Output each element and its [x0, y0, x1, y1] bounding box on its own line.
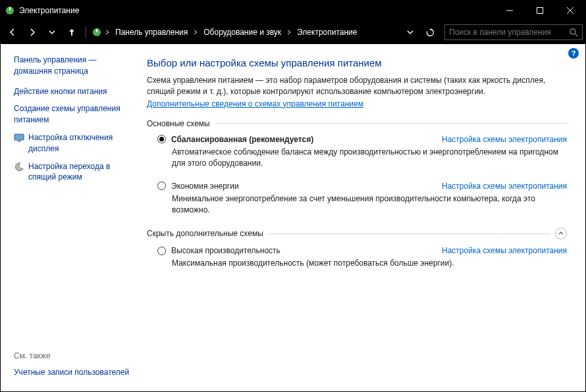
- window-controls: [494, 1, 585, 20]
- breadcrumb-separator: [82, 23, 89, 41]
- plan-high-performance: Высокая производительность Настройка схе…: [157, 246, 567, 269]
- section-title: Скрыть дополнительные схемы: [147, 229, 263, 238]
- divider: [215, 123, 567, 124]
- chevron-right-icon[interactable]: [103, 30, 111, 35]
- sidebar-link-sleep[interactable]: Настройка перехода в спящий режим: [28, 161, 132, 184]
- navbar: Панель управления Оборудование и звук Эл…: [1, 20, 585, 44]
- section-header: Основные схемы: [147, 119, 567, 128]
- svg-rect-1: [9, 7, 11, 11]
- plan-settings-link[interactable]: Настройка схемы электропитания: [442, 246, 567, 255]
- plan-description: Автоматическое соблюдение баланса между …: [172, 147, 567, 170]
- control-panel-home-link[interactable]: Панель управления — домашняя страница: [14, 55, 132, 77]
- refresh-button[interactable]: [421, 23, 439, 41]
- sleep-icon: [14, 162, 24, 172]
- collapse-toggle[interactable]: [555, 228, 567, 239]
- section-title: Основные схемы: [147, 119, 210, 128]
- main: Выбор или настройка схемы управления пит…: [139, 44, 585, 391]
- page-description: Схема управления питанием — это набор па…: [147, 75, 567, 98]
- page-heading: Выбор или настройка схемы управления пит…: [147, 57, 567, 68]
- help-icon[interactable]: ?: [568, 48, 579, 59]
- chevron-right-icon[interactable]: [285, 30, 293, 35]
- see-also-label: См. также: [14, 351, 132, 360]
- radio-power-saver[interactable]: [157, 182, 166, 190]
- svg-rect-12: [18, 141, 20, 142]
- sidebar: Панель управления — домашняя страница Де…: [1, 44, 139, 391]
- plan-name[interactable]: Высокая производительность: [171, 246, 280, 255]
- sidebar-link-create-plan[interactable]: Создание схемы управления питанием: [14, 103, 132, 126]
- svg-rect-3: [537, 8, 543, 14]
- radio-high-performance[interactable]: [157, 247, 166, 255]
- section-additional-plans: Скрыть дополнительные схемы Высокая прои…: [147, 228, 567, 269]
- window: Электропитание: [0, 0, 586, 392]
- breadcrumb-icon: [92, 27, 102, 37]
- titlebar: Электропитание: [1, 1, 585, 20]
- chevron-up-icon: [558, 230, 564, 237]
- maximize-button[interactable]: [525, 1, 555, 20]
- display-off-icon: [14, 133, 24, 143]
- plan-name[interactable]: Экономия энергии: [171, 182, 239, 191]
- plan-settings-link[interactable]: Настройка схемы электропитания: [442, 135, 567, 144]
- forward-button[interactable]: [23, 23, 41, 41]
- plan-description: Минимальное энергопотребление за счет ум…: [172, 193, 567, 216]
- plan-settings-link[interactable]: Настройка схемы электропитания: [442, 182, 567, 191]
- more-info-link[interactable]: Дополнительные сведения о схемах управле…: [147, 99, 363, 109]
- chevron-right-icon[interactable]: [192, 30, 200, 35]
- svg-rect-11: [14, 134, 24, 140]
- minimize-button[interactable]: [494, 1, 525, 20]
- radio-balanced[interactable]: [157, 135, 166, 143]
- sidebar-link-power-button[interactable]: Действие кнопки питания: [14, 86, 132, 97]
- recent-dropdown[interactable]: [43, 23, 61, 41]
- sidebar-link-display-off[interactable]: Настройка отключения дисплея: [28, 132, 132, 155]
- section-header[interactable]: Скрыть дополнительные схемы: [147, 228, 567, 239]
- breadcrumb-item[interactable]: Панель управления: [111, 23, 192, 41]
- plan-name[interactable]: Сбалансированная (рекомендуется): [171, 135, 313, 144]
- svg-line-10: [575, 34, 577, 36]
- breadcrumb-dropdown[interactable]: [401, 23, 419, 41]
- svg-point-9: [570, 29, 575, 34]
- plan-power-saver: Экономия энергии Настройка схемы электро…: [157, 182, 567, 216]
- divider: [269, 233, 550, 234]
- app-icon: [5, 5, 15, 16]
- window-title: Электропитание: [19, 6, 494, 15]
- sidebar-link-user-accounts[interactable]: Учетные записи пользователей: [14, 367, 132, 378]
- breadcrumb-item[interactable]: Электропитание: [293, 23, 361, 41]
- search-icon[interactable]: [570, 28, 578, 37]
- back-button[interactable]: [3, 23, 22, 41]
- close-button[interactable]: [555, 1, 585, 20]
- breadcrumb: Панель управления Оборудование и звук Эл…: [90, 23, 443, 41]
- search-box[interactable]: [444, 24, 583, 40]
- plan-description: Максимальная производительность (может п…: [172, 258, 567, 269]
- up-button[interactable]: [63, 23, 81, 41]
- section-basic-plans: Основные схемы Сбалансированная (рекомен…: [147, 119, 567, 216]
- svg-rect-8: [96, 29, 97, 32]
- content: ? Панель управления — домашняя страница …: [1, 44, 585, 391]
- plan-balanced: Сбалансированная (рекомендуется) Настрой…: [157, 135, 567, 170]
- breadcrumb-item[interactable]: Оборудование и звук: [200, 23, 285, 41]
- search-input[interactable]: [449, 28, 570, 37]
